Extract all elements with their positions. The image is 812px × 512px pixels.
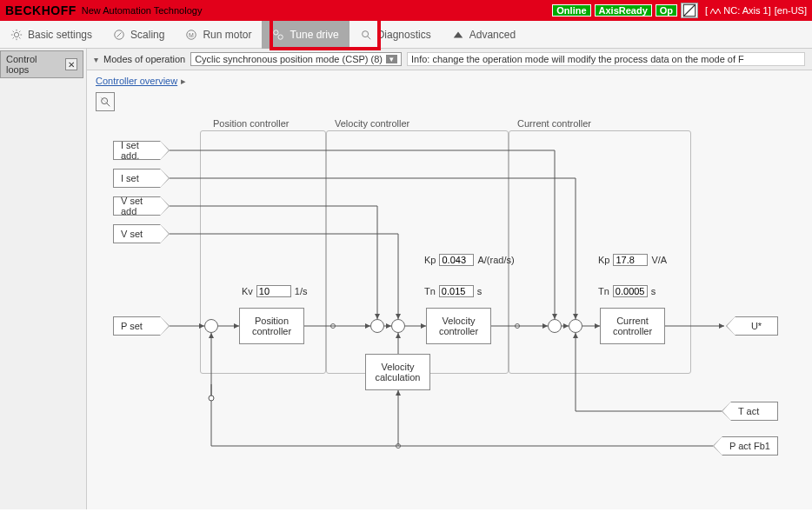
tab-basic-settings[interactable]: Basic settings: [0, 21, 103, 49]
gear-icon: [10, 29, 23, 41]
breadcrumb: Controller overview▸: [87, 70, 812, 92]
breadcrumb-arrow-icon: ▸: [181, 76, 186, 86]
diagnostics-icon: [360, 29, 372, 41]
diagram-wires: [87, 115, 812, 509]
svg-line-9: [367, 36, 370, 39]
zoom-fit-button[interactable]: [96, 92, 115, 111]
tune-icon: [272, 29, 284, 41]
tab-scaling[interactable]: Scaling: [103, 21, 175, 49]
dropdown-icon: ▾: [386, 55, 397, 63]
locale-label: [en-US]: [775, 5, 807, 16]
logo: BECKHOFF: [5, 3, 77, 17]
tab-diagnostics[interactable]: Diagnostics: [349, 21, 442, 49]
modes-label: Modes of operation: [103, 54, 185, 64]
status-axisready: AxisReady: [595, 4, 652, 17]
svg-point-6: [274, 30, 278, 34]
side-tab-column: Control loops ✕: [0, 49, 87, 509]
side-tab-control-loops[interactable]: Control loops ✕: [0, 50, 83, 78]
motor-icon: M: [185, 29, 197, 41]
chevron-down-icon[interactable]: ▾: [94, 55, 98, 64]
tab-tune-drive[interactable]: Tune drive: [262, 21, 349, 49]
main-tabbar: Basic settings Scaling M Run motor Tune …: [0, 21, 812, 49]
svg-line-12: [101, 97, 110, 107]
svg-text:M: M: [189, 31, 194, 37]
modes-row: ▾ Modes of operation Cyclic synchronous …: [87, 49, 812, 70]
status-op: Op: [656, 4, 677, 17]
svg-point-7: [278, 35, 283, 39]
svg-line-1: [683, 4, 696, 17]
breadcrumb-overview[interactable]: Controller overview: [96, 76, 177, 86]
app-header: BECKHOFF New Automation Technology Onlin…: [0, 0, 812, 21]
device-label: [ NC: Axis 1]: [705, 5, 771, 16]
toolbar-icon[interactable]: [681, 3, 698, 18]
tab-run-motor[interactable]: M Run motor: [175, 21, 262, 49]
modes-select[interactable]: Cyclic synchronous position mode (CSP) (…: [190, 52, 402, 66]
svg-point-13: [209, 396, 214, 401]
scaling-icon: [113, 29, 125, 41]
content-area: ▾ Modes of operation Cyclic synchronous …: [87, 49, 812, 509]
svg-point-8: [362, 30, 368, 37]
svg-point-2: [14, 32, 18, 37]
tab-advanced[interactable]: Advanced: [442, 21, 526, 49]
controller-diagram: Position controller Velocity controller …: [87, 115, 812, 509]
close-icon[interactable]: ✕: [65, 58, 77, 70]
modes-info: Info: change the operation mode will mod…: [407, 52, 805, 66]
status-online: Online: [552, 4, 590, 17]
tagline: New Automation Technology: [82, 5, 203, 16]
advanced-icon: [452, 29, 464, 41]
